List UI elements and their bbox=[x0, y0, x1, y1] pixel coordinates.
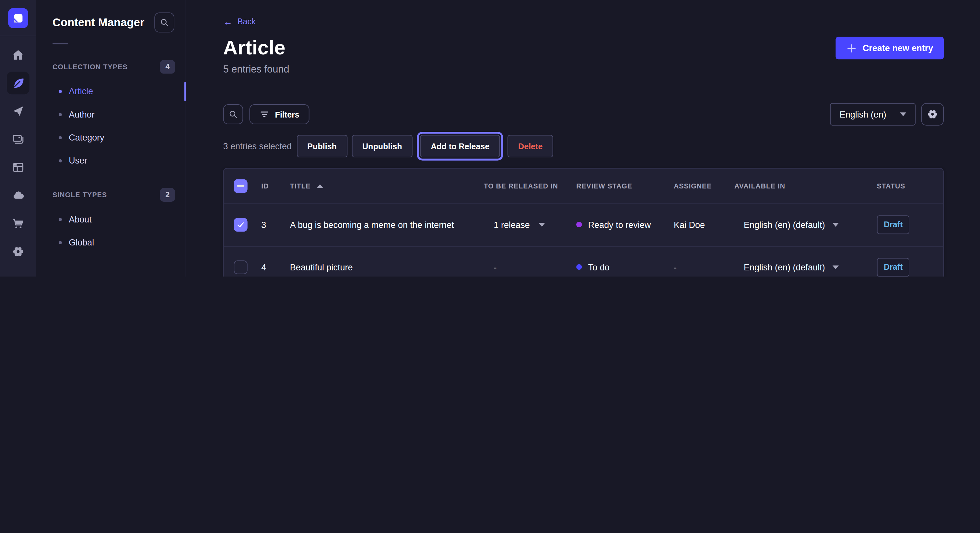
sidebar-item-label: About bbox=[69, 213, 92, 226]
sidebar-item-label: Author bbox=[69, 108, 95, 121]
view-settings-gear-button[interactable] bbox=[921, 103, 944, 125]
search-icon bbox=[229, 109, 238, 119]
sidebar-item-author[interactable]: Author bbox=[36, 103, 186, 126]
media-library-icon[interactable] bbox=[7, 128, 29, 150]
settings-gear-icon[interactable] bbox=[7, 240, 29, 263]
entry-assignee: - bbox=[674, 262, 734, 272]
row-checkbox[interactable] bbox=[234, 218, 247, 232]
entries-table: ID TITLE TO BE RELEASED IN REVIEW STAGE … bbox=[223, 168, 944, 276]
stage-dot bbox=[576, 222, 582, 227]
back-link[interactable]: ← Back bbox=[223, 17, 255, 26]
back-arrow-icon: ← bbox=[223, 17, 232, 25]
main-content: ← Back Article 5 entries found Create ne… bbox=[186, 0, 980, 276]
search-icon bbox=[160, 18, 169, 27]
plus-icon bbox=[846, 43, 857, 54]
check-icon bbox=[236, 220, 245, 229]
column-header-status: STATUS bbox=[867, 182, 933, 189]
release-caret-icon[interactable] bbox=[539, 223, 545, 227]
main-nav-rail: KD bbox=[0, 0, 36, 276]
entry-locale: English (en) (default) bbox=[744, 219, 825, 230]
filter-icon bbox=[259, 110, 269, 119]
entry-id: 3 bbox=[261, 219, 290, 230]
add-to-release-button[interactable]: Add to Release bbox=[420, 135, 500, 157]
entry-locale: English (en) (default) bbox=[744, 262, 825, 272]
sidebar-item-article[interactable]: Article bbox=[36, 80, 186, 103]
collection-types-count-badge: 4 bbox=[160, 60, 175, 73]
section-label: COLLECTION TYPES bbox=[52, 63, 128, 71]
filters-button[interactable]: Filters bbox=[249, 104, 309, 124]
sidebar-item-label: Article bbox=[69, 85, 93, 98]
entry-title: A bug is becoming a meme on the internet bbox=[290, 219, 484, 230]
locale-caret-icon[interactable] bbox=[832, 265, 839, 269]
table-header: ID TITLE TO BE RELEASED IN REVIEW STAGE … bbox=[224, 169, 943, 204]
entry-release: 1 release bbox=[494, 219, 530, 230]
home-icon[interactable] bbox=[7, 44, 29, 66]
entry-assignee: Kai Doe bbox=[674, 219, 734, 230]
bullet-icon bbox=[59, 136, 62, 139]
entry-title: Beautiful picture bbox=[290, 262, 484, 272]
locale-caret-icon[interactable] bbox=[832, 223, 839, 227]
column-header-assignee: ASSIGNEE bbox=[674, 182, 734, 189]
stage-dot bbox=[576, 264, 582, 270]
column-header-title[interactable]: TITLE bbox=[290, 182, 484, 189]
bullet-icon bbox=[59, 159, 62, 163]
delete-button[interactable]: Delete bbox=[508, 135, 553, 157]
locale-select[interactable]: English (en) bbox=[830, 103, 916, 125]
single-types-count-badge: 2 bbox=[160, 188, 175, 201]
sidebar-item-user[interactable]: User bbox=[36, 149, 186, 172]
unpublish-button[interactable]: Unpublish bbox=[352, 135, 412, 157]
entry-review-stage: To do bbox=[588, 262, 609, 272]
list-search-button[interactable] bbox=[223, 104, 243, 124]
select-all-checkbox[interactable] bbox=[234, 179, 247, 193]
strapi-logo-icon bbox=[8, 8, 28, 28]
releases-paper-plane-icon[interactable] bbox=[7, 100, 29, 122]
entries-count: 5 entries found bbox=[223, 64, 289, 75]
application-window: KD Content Manager COLLECTION TYPES 4 bbox=[0, 0, 980, 276]
bullet-icon bbox=[59, 113, 62, 116]
content-manager-feather-icon[interactable] bbox=[7, 72, 29, 94]
subnav-divider bbox=[52, 43, 68, 44]
indeterminate-dash-icon bbox=[237, 185, 244, 187]
bullet-icon bbox=[59, 90, 62, 93]
sidebar-item-global[interactable]: Global bbox=[36, 231, 186, 254]
table-body: 3 A bug is becoming a meme on the intern… bbox=[224, 204, 943, 276]
subnav-title: Content Manager bbox=[52, 16, 145, 29]
strapi-logo[interactable] bbox=[8, 8, 28, 28]
column-header-to-be-released-in: TO BE RELEASED IN bbox=[484, 182, 576, 189]
status-badge: Draft bbox=[877, 258, 910, 276]
cart-icon[interactable] bbox=[7, 213, 29, 235]
cloud-icon[interactable] bbox=[7, 184, 29, 206]
column-header-available-in: AVAILABLE IN bbox=[734, 182, 867, 189]
sidebar-item-label: Category bbox=[69, 131, 104, 144]
column-header-id: ID bbox=[261, 182, 290, 189]
table-row[interactable]: 4 Beautiful picture - To do - English (e… bbox=[224, 246, 943, 276]
chevron-down-icon bbox=[900, 113, 906, 116]
collection-types-section: COLLECTION TYPES 4 Article Author Catego… bbox=[36, 60, 186, 172]
sort-ascending-icon bbox=[317, 184, 323, 188]
layout-icon[interactable] bbox=[7, 156, 29, 178]
subnav-search-button[interactable] bbox=[154, 13, 174, 33]
sidebar-item-about[interactable]: About bbox=[36, 208, 186, 231]
sidebar-item-label: User bbox=[69, 154, 87, 167]
gear-icon bbox=[927, 109, 938, 120]
section-label: SINGLE TYPES bbox=[52, 191, 107, 198]
sidebar-item-label: Global bbox=[69, 236, 94, 249]
column-header-review-stage: REVIEW STAGE bbox=[576, 182, 674, 189]
entry-id: 4 bbox=[261, 262, 290, 272]
table-row[interactable]: 3 A bug is becoming a meme on the intern… bbox=[224, 204, 943, 246]
sidebar-item-category[interactable]: Category bbox=[36, 126, 186, 149]
selection-count-text: 3 entries selected bbox=[223, 141, 292, 151]
create-new-entry-button[interactable]: Create new entry bbox=[836, 37, 944, 59]
row-checkbox[interactable] bbox=[234, 260, 247, 274]
bullet-icon bbox=[59, 218, 62, 221]
page-title: Article bbox=[223, 37, 289, 58]
bullet-icon bbox=[59, 241, 62, 244]
entry-release: - bbox=[494, 262, 497, 272]
status-badge: Draft bbox=[877, 215, 910, 234]
single-types-section: SINGLE TYPES 2 About Global bbox=[36, 188, 186, 254]
entry-review-stage: Ready to review bbox=[588, 219, 651, 230]
content-manager-subnav: Content Manager COLLECTION TYPES 4 bbox=[36, 0, 186, 276]
publish-button[interactable]: Publish bbox=[297, 135, 347, 157]
